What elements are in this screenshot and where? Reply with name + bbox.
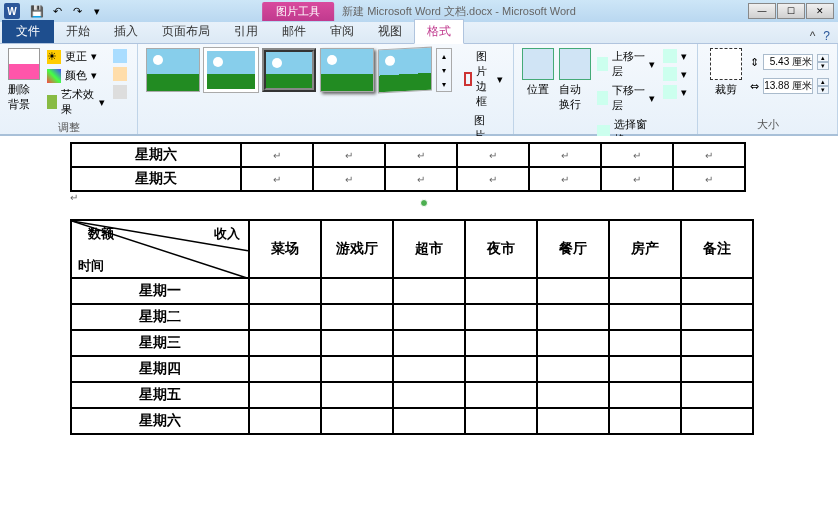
change-picture-icon[interactable]	[111, 66, 129, 82]
table-cell[interactable]	[609, 408, 681, 434]
redo-icon[interactable]: ↷	[68, 2, 86, 20]
table-cell[interactable]: ↵	[241, 143, 313, 167]
col-header[interactable]: 超市	[393, 220, 465, 278]
row-label[interactable]: 星期六	[71, 408, 249, 434]
table-cell[interactable]: ↵	[313, 167, 385, 191]
table-cell[interactable]	[681, 382, 753, 408]
col-header[interactable]: 备注	[681, 220, 753, 278]
table-cell[interactable]	[393, 278, 465, 304]
table-cell[interactable]	[537, 408, 609, 434]
remove-background-button[interactable]: 删除背景	[8, 48, 41, 112]
table-cell[interactable]: ↵	[241, 167, 313, 191]
table-cell[interactable]	[393, 304, 465, 330]
rotate-button[interactable]: ▾	[661, 84, 689, 100]
table-top[interactable]: 星期六 ↵ ↵ ↵ ↵ ↵ ↵ ↵ 星期天 ↵ ↵ ↵ ↵ ↵ ↵ ↵	[70, 142, 746, 192]
table-cell[interactable]	[609, 382, 681, 408]
row-label[interactable]: 星期三	[71, 330, 249, 356]
tab-file[interactable]: 文件	[2, 20, 54, 43]
table-cell[interactable]	[321, 330, 393, 356]
minimize-ribbon-icon[interactable]: ^	[810, 29, 816, 43]
table-cell[interactable]	[681, 304, 753, 330]
gallery-more-button[interactable]: ▴▾▾	[436, 48, 452, 92]
help-icon[interactable]: ?	[823, 29, 830, 43]
table-cell[interactable]	[537, 382, 609, 408]
row-label[interactable]: 星期天	[71, 167, 241, 191]
table-cell[interactable]	[321, 408, 393, 434]
table-cell[interactable]	[681, 330, 753, 356]
document-area[interactable]: 星期六 ↵ ↵ ↵ ↵ ↵ ↵ ↵ 星期天 ↵ ↵ ↵ ↵ ↵ ↵ ↵ ↵	[0, 136, 838, 506]
table-row[interactable]: 星期二	[71, 304, 753, 330]
col-header[interactable]: 夜市	[465, 220, 537, 278]
table-cell[interactable]: ↵	[385, 143, 457, 167]
row-label[interactable]: 星期六	[71, 143, 241, 167]
table-cell[interactable]	[609, 330, 681, 356]
send-backward-button[interactable]: 下移一层 ▾	[595, 82, 657, 114]
table-cell[interactable]	[321, 356, 393, 382]
table-cell[interactable]	[465, 356, 537, 382]
style-preset-5[interactable]	[378, 47, 432, 94]
table-row[interactable]: 星期一	[71, 278, 753, 304]
table-main[interactable]: 数额 收入 时间 菜场 游戏厅 超市 夜市 餐厅 房产 备注 星期一 星期二 星…	[70, 219, 754, 435]
row-label[interactable]: 星期四	[71, 356, 249, 382]
table-cell[interactable]	[537, 304, 609, 330]
close-button[interactable]: ✕	[806, 3, 834, 19]
compress-icon[interactable]	[111, 48, 129, 64]
table-cell[interactable]	[249, 330, 321, 356]
crop-button[interactable]: 裁剪	[706, 48, 746, 97]
col-header[interactable]: 房产	[609, 220, 681, 278]
table-cell[interactable]: ↵	[601, 167, 673, 191]
table-cell[interactable]: ↵	[673, 167, 745, 191]
table-cell[interactable]	[609, 304, 681, 330]
tab-references[interactable]: 引用	[222, 20, 270, 43]
table-cell[interactable]: ↵	[313, 143, 385, 167]
save-icon[interactable]: 💾	[28, 2, 46, 20]
table-cell[interactable]	[393, 382, 465, 408]
table-cell[interactable]	[465, 330, 537, 356]
table-cell[interactable]	[537, 330, 609, 356]
table-cell[interactable]	[681, 408, 753, 434]
width-input[interactable]	[763, 78, 813, 94]
artistic-effects-button[interactable]: 艺术效果 ▾	[45, 86, 107, 118]
tab-format[interactable]: 格式	[414, 19, 464, 44]
table-cell[interactable]	[393, 408, 465, 434]
table-cell[interactable]	[249, 408, 321, 434]
tab-view[interactable]: 视图	[366, 20, 414, 43]
bring-forward-button[interactable]: 上移一层 ▾	[595, 48, 657, 80]
table-row[interactable]: 星期六 ↵ ↵ ↵ ↵ ↵ ↵ ↵	[71, 143, 745, 167]
height-input[interactable]	[763, 54, 813, 70]
table-cell[interactable]: ↵	[673, 143, 745, 167]
table-cell[interactable]: ↵	[385, 167, 457, 191]
minimize-button[interactable]: —	[748, 3, 776, 19]
diagonal-header-cell[interactable]: 数额 收入 时间	[71, 220, 249, 278]
table-cell[interactable]	[321, 382, 393, 408]
table-cell[interactable]	[465, 278, 537, 304]
wrap-text-button[interactable]: 自动换行	[559, 48, 592, 112]
maximize-button[interactable]: ☐	[777, 3, 805, 19]
height-spin-up[interactable]: ▴	[817, 54, 829, 62]
row-label[interactable]: 星期一	[71, 278, 249, 304]
table-cell[interactable]	[321, 304, 393, 330]
style-preset-4[interactable]	[320, 48, 374, 92]
table-cell[interactable]	[537, 278, 609, 304]
tab-review[interactable]: 审阅	[318, 20, 366, 43]
style-preset-2[interactable]	[204, 48, 258, 92]
table-cell[interactable]	[609, 356, 681, 382]
table-cell[interactable]	[249, 304, 321, 330]
table-cell[interactable]	[321, 278, 393, 304]
table-cell[interactable]	[681, 356, 753, 382]
table-row[interactable]: 星期五	[71, 382, 753, 408]
picture-border-button[interactable]: 图片边框 ▾	[462, 48, 505, 110]
table-cell[interactable]: ↵	[529, 143, 601, 167]
group-button[interactable]: ▾	[661, 66, 689, 82]
tab-insert[interactable]: 插入	[102, 20, 150, 43]
table-cell[interactable]: ↵	[529, 167, 601, 191]
row-label[interactable]: 星期二	[71, 304, 249, 330]
col-header[interactable]: 菜场	[249, 220, 321, 278]
position-button[interactable]: 位置	[522, 48, 555, 97]
table-cell[interactable]	[249, 278, 321, 304]
table-header-row[interactable]: 数额 收入 时间 菜场 游戏厅 超市 夜市 餐厅 房产 备注	[71, 220, 753, 278]
reset-picture-icon[interactable]	[111, 84, 129, 100]
align-button[interactable]: ▾	[661, 48, 689, 64]
table-cell[interactable]	[465, 382, 537, 408]
table-cell[interactable]	[609, 278, 681, 304]
